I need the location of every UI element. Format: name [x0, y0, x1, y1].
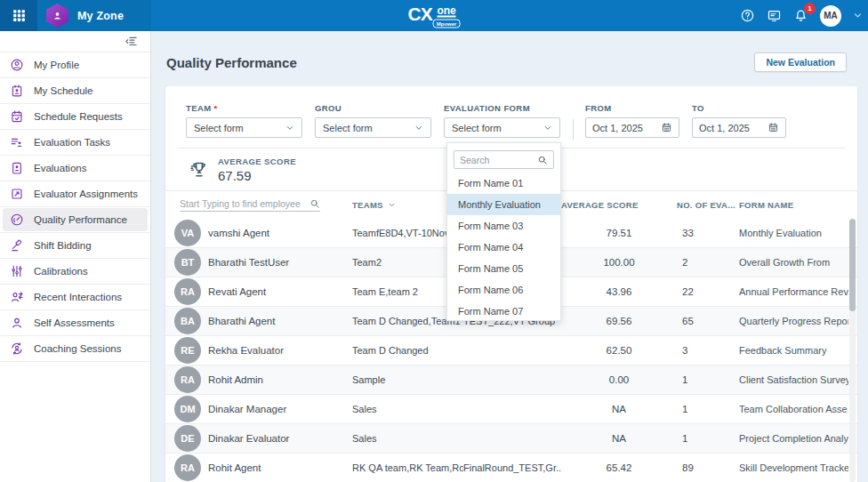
employee-name: Rohit Admin: [208, 374, 263, 385]
average-score-cell: 100.00: [561, 257, 677, 268]
sidebar-item-icon: [10, 316, 24, 330]
to-label: TO: [692, 103, 786, 113]
scrollbar-thumb[interactable]: [849, 219, 856, 311]
evaluation-form-select[interactable]: Select form: [444, 117, 560, 138]
employee-cell: RA Revati Agent: [174, 278, 352, 305]
teams-cell: RK QA team,RK Team,Rohi...: [352, 462, 463, 473]
table-row[interactable]: RA Rohit Agent RK QA team,RK Team,Rohi..…: [165, 454, 857, 482]
employee-cell: VA vamshi Agent: [174, 220, 352, 246]
sidebar-item[interactable]: Evaluator Assignments: [0, 181, 150, 207]
sidebar-item[interactable]: Shift Bidding: [0, 233, 150, 259]
employee-name: Dinakar Evaluator: [208, 433, 289, 444]
sidebar-item[interactable]: My Schedule: [0, 78, 150, 104]
user-avatar[interactable]: MA: [820, 5, 841, 27]
groups-cell: FinalRound_TEST,Gr...: [463, 462, 561, 473]
avatar: RA: [174, 366, 201, 393]
required-marker: *: [214, 103, 218, 113]
sidebar-item-label: Quality Performance: [34, 214, 127, 225]
employee-search-input[interactable]: [180, 198, 309, 209]
notifications-button[interactable]: 1: [793, 8, 808, 23]
sidebar-item[interactable]: Schedule Requests: [0, 104, 150, 130]
table-row[interactable]: DM Dinakar Manager Sales NA 1 Team Colla…: [165, 395, 857, 424]
chevron-down-icon: [543, 124, 552, 133]
dropdown-option[interactable]: Form Name 01: [447, 173, 560, 194]
sidebar-item[interactable]: Quality Performance: [0, 207, 150, 233]
employee-cell: DM Dinakar Manager: [174, 396, 352, 422]
evaluations-count-cell: 1: [677, 433, 739, 444]
employee-name: Dinakar Manager: [208, 404, 286, 414]
sidebar-item[interactable]: Self Assessments: [0, 310, 150, 336]
sidebar-item[interactable]: Recent Interactions: [0, 285, 150, 310]
dropdown-search-input[interactable]: [460, 155, 537, 165]
group-select[interactable]: Select form: [315, 117, 431, 138]
form-name-cell: Project Completion Analy...: [739, 433, 848, 444]
sidebar-item-icon: [10, 109, 24, 124]
employee-cell: BT Bharathi TestUser: [174, 249, 352, 276]
chevron-down-icon: [414, 124, 423, 133]
table-row[interactable]: RA Rohit Admin Sample 0.00 1 Client Sati…: [165, 366, 857, 395]
divider: [573, 119, 574, 140]
person-icon: [52, 10, 63, 21]
calendar-icon[interactable]: [661, 122, 672, 133]
evaluations-count-cell: 89: [677, 462, 739, 473]
chevron-down-icon: [388, 201, 396, 209]
screen-monitor-icon[interactable]: [767, 8, 782, 23]
table-row[interactable]: RE Rekha Evaluator Team D Changed 62.50 …: [165, 336, 857, 366]
average-score-cell: 0.00: [561, 374, 677, 385]
sidebar-item-label: Schedule Requests: [34, 111, 123, 122]
evaluations-column-header: NO. OF EVA...: [677, 200, 739, 210]
dropdown-option[interactable]: Form Name 03: [447, 215, 560, 237]
sidebar-item-icon: [10, 341, 24, 356]
app-launcher-button[interactable]: [0, 0, 37, 31]
calendar-icon[interactable]: [768, 122, 779, 133]
average-score-cell: 65.42: [561, 462, 677, 473]
teams-cell: Sales: [352, 404, 463, 414]
evaluations-count-cell: 22: [677, 286, 739, 297]
form-name-cell: Monthly Evaluation: [739, 228, 848, 238]
dropdown-option[interactable]: Form Name 06: [447, 279, 560, 301]
search-icon: [537, 155, 548, 165]
team-select[interactable]: Select form: [186, 117, 302, 138]
to-date-input[interactable]: Oct 1, 2025: [692, 117, 786, 138]
sidebar-item[interactable]: Evaluation Tasks: [0, 130, 150, 156]
sidebar-item[interactable]: Calibrations: [0, 259, 150, 285]
sidebar-item-icon: [10, 213, 24, 227]
user-menu-chevron-icon[interactable]: [853, 11, 863, 20]
sidebar-item[interactable]: Coaching Sessions: [0, 336, 150, 362]
new-evaluation-button[interactable]: New Evaluation: [754, 52, 847, 72]
dropdown-option[interactable]: Monthly Evaluation: [447, 194, 560, 215]
table-row[interactable]: DE Dinakar Evaluator Sales NA 1 Project …: [165, 424, 857, 454]
sidebar-item-icon: [10, 58, 24, 72]
form-name-cell: Quarterly Progress Report: [739, 316, 848, 326]
form-name-column-header: FORM NAME: [739, 200, 848, 210]
sidebar-item[interactable]: My Profile: [0, 52, 150, 78]
employee-search: [180, 198, 320, 212]
average-score-cell: 43.96: [561, 286, 677, 297]
sidebar-item-icon: [10, 187, 24, 201]
avatar: DE: [174, 425, 201, 452]
average-score-cell: NA: [561, 433, 677, 444]
sidebar-item[interactable]: Evaluations: [0, 156, 150, 181]
dropdown-option[interactable]: Form Name 07: [447, 301, 560, 321]
group-label: GROU: [315, 103, 431, 113]
sidebar-item-label: My Profile: [34, 60, 79, 70]
my-zone-badge-icon[interactable]: [46, 4, 68, 28]
from-date-input[interactable]: Oct 1, 2025: [585, 117, 679, 138]
sidebar-item-label: Coaching Sessions: [34, 343, 121, 354]
product-label: My Zone: [77, 10, 124, 22]
dropdown-search: [454, 150, 554, 169]
help-icon[interactable]: [740, 8, 755, 23]
sidebar-item-icon: [10, 135, 24, 149]
dropdown-option[interactable]: Form Name 04: [447, 237, 560, 258]
quality-performance-card: TEAM* Select form GROU Select form EVALU…: [165, 86, 857, 482]
evaluations-count-cell: 33: [677, 228, 739, 238]
average-score-cell: 69.56: [561, 316, 677, 326]
average-score-label: AVERAGE SCORE: [218, 157, 296, 166]
dropdown-option[interactable]: Form Name 05: [447, 258, 560, 279]
employee-name: Bharathi Agent: [208, 316, 275, 326]
employee-cell: RE Rekha Evaluator: [174, 337, 352, 364]
form-name-cell: Overall Growth From: [739, 257, 848, 268]
sidebar-item-icon: [10, 84, 24, 98]
average-score-cell: NA: [561, 404, 677, 414]
collapse-sidebar-icon[interactable]: [125, 35, 138, 48]
